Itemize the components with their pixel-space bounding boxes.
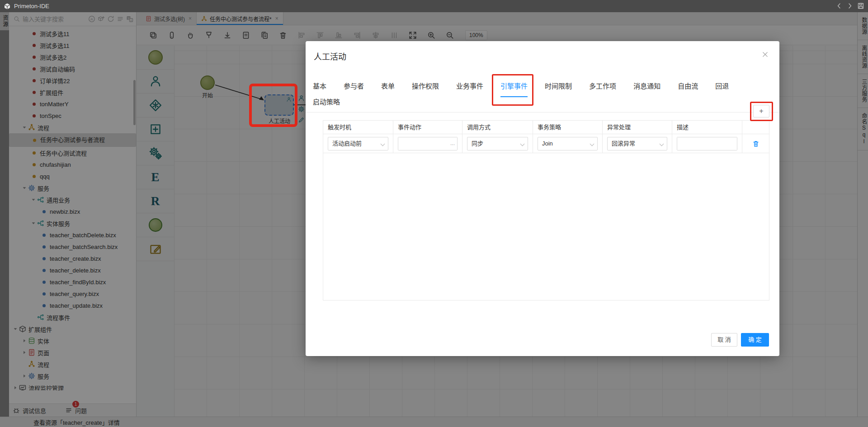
titlebar: Primeton-IDE bbox=[0, 0, 868, 12]
dialog-tab-参与者[interactable]: 参与者 bbox=[344, 81, 364, 96]
col-description: 描述 bbox=[672, 121, 742, 134]
delete-row-icon[interactable] bbox=[752, 140, 760, 147]
dialog-tab-启动策略[interactable]: 启动策略 bbox=[313, 97, 340, 112]
tx-strategy-value: Join bbox=[542, 140, 553, 147]
add-event-button[interactable]: + bbox=[753, 105, 769, 117]
description-field bbox=[677, 137, 737, 150]
trigger-time-value: 活动启动前 bbox=[332, 140, 362, 147]
table-row: 活动启动前 ... 同步 bbox=[323, 134, 769, 153]
app-logo-icon bbox=[4, 3, 11, 10]
col-tx-strategy: 事务策略 bbox=[533, 121, 603, 134]
close-icon[interactable] bbox=[762, 51, 769, 58]
call-mode-value: 同步 bbox=[472, 140, 483, 147]
engine-events-table: 触发时机 事件动作 调用方式 事务策略 异常处理 描述 活动启动前 bbox=[323, 120, 769, 300]
chevron-down-icon bbox=[520, 141, 525, 146]
chevron-down-icon bbox=[381, 141, 385, 146]
manual-activity-dialog: 人工活动 基本参与者表单操作权限业务事件引擎事件时间限制多工作项消息通知自由流回… bbox=[306, 41, 779, 356]
dialog-tab-操作权限[interactable]: 操作权限 bbox=[412, 81, 439, 96]
table-header: 触发时机 事件动作 调用方式 事务策略 异常处理 描述 bbox=[323, 121, 769, 134]
exception-select[interactable]: 回滚异常 bbox=[607, 137, 667, 150]
tx-strategy-select[interactable]: Join bbox=[538, 137, 598, 150]
call-mode-select[interactable]: 同步 bbox=[467, 137, 528, 150]
col-actions bbox=[742, 121, 769, 134]
app-title: Primeton-IDE bbox=[14, 3, 49, 9]
cancel-button[interactable]: 取 消 bbox=[711, 333, 737, 347]
dialog-title: 人工活动 bbox=[314, 50, 771, 62]
dialog-tab-多工作项[interactable]: 多工作项 bbox=[589, 81, 616, 96]
back-icon[interactable] bbox=[835, 2, 843, 9]
col-trigger-time: 触发时机 bbox=[323, 121, 393, 134]
description-input[interactable] bbox=[677, 137, 737, 150]
dialog-tab-基本[interactable]: 基本 bbox=[313, 81, 326, 96]
dialog-tab-时间限制[interactable]: 时间限制 bbox=[545, 81, 572, 96]
dialog-tab-业务事件[interactable]: 业务事件 bbox=[456, 81, 483, 96]
event-action-field: ... bbox=[398, 137, 458, 150]
dialog-tabbar: 基本参与者表单操作权限业务事件引擎事件时间限制多工作项消息通知自由流回退启动策略 bbox=[306, 81, 779, 113]
exception-value: 回滚异常 bbox=[612, 140, 635, 147]
col-exception: 异常处理 bbox=[603, 121, 672, 134]
event-action-more-button[interactable]: ... bbox=[450, 140, 455, 146]
forward-icon[interactable] bbox=[846, 2, 854, 9]
chevron-down-icon bbox=[660, 141, 664, 146]
chevron-down-icon bbox=[590, 141, 594, 146]
save-icon[interactable] bbox=[857, 2, 864, 9]
col-event-action: 事件动作 bbox=[393, 121, 462, 134]
dialog-tab-回退[interactable]: 回退 bbox=[715, 81, 729, 96]
dialog-tab-表单[interactable]: 表单 bbox=[381, 81, 395, 96]
app-window: Primeton-IDE 资源 AI文A 测试多选11测试多选11测试多选2测试… bbox=[0, 0, 868, 427]
dialog-tab-自由流[interactable]: 自由流 bbox=[678, 81, 698, 96]
event-action-input[interactable] bbox=[398, 137, 457, 150]
col-call-mode: 调用方式 bbox=[462, 121, 533, 134]
ok-button[interactable]: 确 定 bbox=[741, 333, 769, 347]
dialog-tab-引擎事件[interactable]: 引擎事件 bbox=[500, 81, 528, 97]
dialog-tab-消息通知[interactable]: 消息通知 bbox=[633, 81, 660, 96]
trigger-time-select[interactable]: 活动启动前 bbox=[328, 137, 388, 150]
